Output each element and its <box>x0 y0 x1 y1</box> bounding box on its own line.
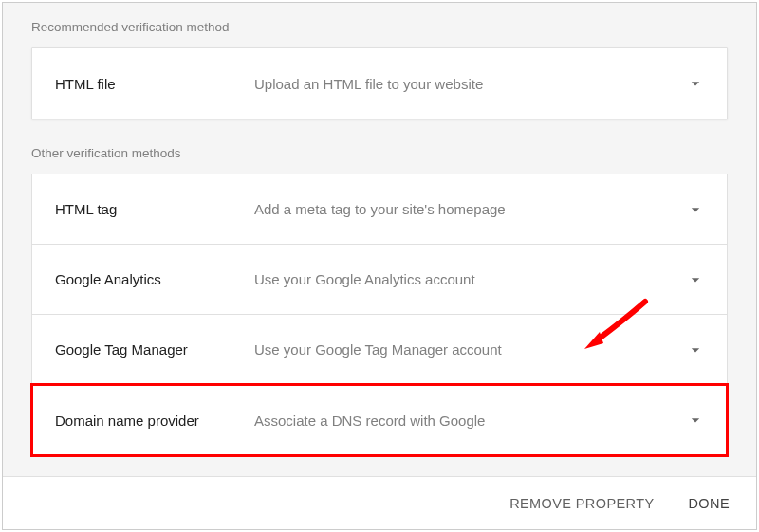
method-desc: Use your Google Tag Manager account <box>254 341 685 358</box>
done-button[interactable]: DONE <box>685 488 734 519</box>
other-section-label: Other verification methods <box>31 146 728 160</box>
dialog-content: Recommended verification method HTML fil… <box>3 3 756 476</box>
method-html-file[interactable]: HTML file Upload an HTML file to your we… <box>32 48 727 119</box>
dialog-footer: REMOVE PROPERTY DONE <box>3 476 756 529</box>
other-method-list: HTML tag Add a meta tag to your site's h… <box>31 174 728 456</box>
method-desc: Use your Google Analytics account <box>254 271 685 287</box>
method-html-tag[interactable]: HTML tag Add a meta tag to your site's h… <box>32 174 727 245</box>
method-title: Google Analytics <box>55 271 254 287</box>
recommended-section-label: Recommended verification method <box>31 20 728 34</box>
method-title: Google Tag Manager <box>55 341 254 358</box>
remove-property-button[interactable]: REMOVE PROPERTY <box>506 488 657 519</box>
chevron-down-icon <box>685 269 706 290</box>
method-desc: Add a meta tag to your site's homepage <box>254 201 685 217</box>
chevron-down-icon <box>685 339 706 360</box>
method-google-analytics[interactable]: Google Analytics Use your Google Analyti… <box>32 245 727 315</box>
method-domain-name-provider[interactable]: Domain name provider Associate a DNS rec… <box>32 385 727 455</box>
method-desc: Upload an HTML file to your website <box>254 76 685 92</box>
chevron-down-icon <box>685 73 706 94</box>
method-google-tag-manager[interactable]: Google Tag Manager Use your Google Tag M… <box>32 315 727 385</box>
verification-dialog: Recommended verification method HTML fil… <box>2 2 757 530</box>
method-title: HTML tag <box>55 201 254 217</box>
chevron-down-icon <box>685 410 706 431</box>
recommended-method-list: HTML file Upload an HTML file to your we… <box>31 47 728 119</box>
method-title: HTML file <box>55 76 254 92</box>
method-desc: Associate a DNS record with Google <box>254 413 685 429</box>
chevron-down-icon <box>685 199 706 220</box>
method-title: Domain name provider <box>55 413 254 429</box>
